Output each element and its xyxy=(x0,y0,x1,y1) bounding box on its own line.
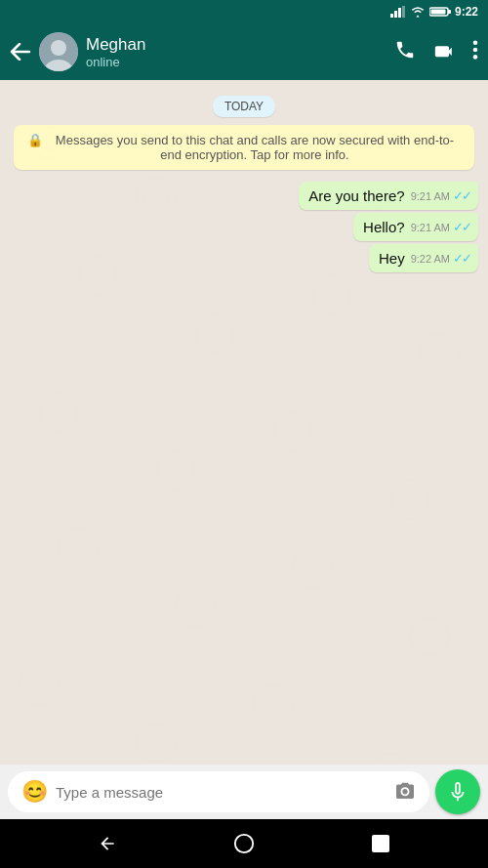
message-row-2: Hello? 9:21 AM ✓✓ xyxy=(10,213,478,241)
encryption-text: Messages you send to this chat and calls… xyxy=(49,133,461,162)
svg-point-32 xyxy=(137,724,176,764)
svg-point-35 xyxy=(235,835,253,852)
bottom-nav xyxy=(0,819,488,868)
video-button[interactable] xyxy=(433,39,455,65)
tick-icon-3: ✓✓ xyxy=(453,251,470,266)
svg-point-26 xyxy=(390,480,429,519)
svg-point-27 xyxy=(59,529,98,568)
svg-rect-2 xyxy=(398,8,401,18)
date-divider: TODAY xyxy=(10,96,478,117)
message-meta-1: 9:21 AM ✓✓ xyxy=(411,188,470,203)
status-time: 9:22 xyxy=(455,5,478,19)
header-actions xyxy=(394,39,478,65)
nav-back-button[interactable] xyxy=(90,826,125,861)
chat-area: TODAY 🔒 Messages you send to this chat a… xyxy=(0,80,488,765)
svg-point-33 xyxy=(254,685,293,724)
svg-point-22 xyxy=(420,334,459,373)
svg-rect-36 xyxy=(372,835,389,852)
message-bubble-3[interactable]: Hey 9:22 AM ✓✓ xyxy=(369,244,478,272)
phone-button[interactable] xyxy=(394,39,416,65)
avatar[interactable] xyxy=(39,32,78,71)
tick-icon-2: ✓✓ xyxy=(453,220,470,234)
svg-rect-0 xyxy=(390,14,393,18)
input-area: 😊 xyxy=(0,765,488,819)
lock-icon: 🔒 xyxy=(27,133,43,147)
svg-point-30 xyxy=(410,617,449,656)
svg-point-34 xyxy=(371,754,410,765)
back-button[interactable] xyxy=(10,43,31,61)
signal-icon xyxy=(390,6,406,18)
contact-info: Meghan online xyxy=(86,35,386,69)
message-bubble-1[interactable]: Are you there? 9:21 AM ✓✓ xyxy=(299,182,478,210)
svg-rect-3 xyxy=(402,6,405,18)
contact-name: Meghan xyxy=(86,35,386,55)
message-row-1: Are you there? 9:21 AM ✓✓ xyxy=(10,182,478,210)
message-text-3: Hey xyxy=(379,250,405,267)
nav-home-button[interactable] xyxy=(226,826,262,861)
nav-recent-button[interactable] xyxy=(363,826,398,861)
svg-rect-5 xyxy=(448,10,451,14)
svg-point-24 xyxy=(156,451,195,490)
svg-rect-1 xyxy=(394,11,397,18)
message-row-3: Hey 9:22 AM ✓✓ xyxy=(10,244,478,272)
message-meta-2: 9:21 AM ✓✓ xyxy=(411,220,470,234)
message-text-2: Hello? xyxy=(363,219,405,235)
message-time-2: 9:21 AM xyxy=(411,222,450,233)
svg-point-23 xyxy=(39,393,78,432)
message-time-1: 9:21 AM xyxy=(411,190,450,202)
message-meta-3: 9:22 AM ✓✓ xyxy=(411,251,470,266)
date-badge: TODAY xyxy=(213,96,275,117)
message-time-3: 9:22 AM xyxy=(411,253,450,265)
messages-container: Are you there? 9:21 AM ✓✓ Hello? 9:21 AM… xyxy=(10,182,478,282)
svg-point-10 xyxy=(473,40,478,45)
message-bubble-2[interactable]: Hello? 9:21 AM ✓✓ xyxy=(353,213,478,241)
status-icons: 9:22 xyxy=(390,5,478,19)
svg-point-8 xyxy=(51,40,66,56)
camera-button[interactable] xyxy=(394,781,416,804)
svg-point-12 xyxy=(473,55,478,60)
tick-icon-1: ✓✓ xyxy=(453,188,470,203)
encryption-notice[interactable]: 🔒 Messages you send to this chat and cal… xyxy=(14,125,474,170)
svg-point-20 xyxy=(195,314,234,353)
message-input[interactable] xyxy=(56,784,386,801)
message-input-box: 😊 xyxy=(8,771,429,812)
emoji-button[interactable]: 😊 xyxy=(21,779,48,805)
wifi-icon xyxy=(410,6,426,18)
svg-point-25 xyxy=(273,412,312,451)
svg-point-29 xyxy=(293,549,332,588)
message-text-1: Are you there? xyxy=(308,187,404,204)
battery-icon xyxy=(429,6,451,18)
svg-point-31 xyxy=(20,666,59,705)
mic-button[interactable] xyxy=(435,769,480,814)
svg-point-28 xyxy=(176,588,215,627)
chat-header: Meghan online xyxy=(0,23,488,80)
svg-point-11 xyxy=(473,47,478,52)
svg-rect-6 xyxy=(430,10,445,15)
status-bar: 9:22 xyxy=(0,0,488,23)
more-options-button[interactable] xyxy=(472,39,478,65)
contact-status: online xyxy=(86,55,386,69)
